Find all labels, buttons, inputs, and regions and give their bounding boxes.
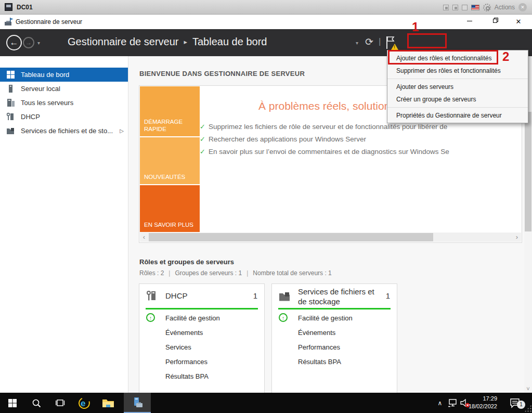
check-icon: ✓	[200, 148, 205, 156]
all-servers-icon	[6, 98, 15, 107]
check-icon: ✓	[200, 135, 205, 143]
window-title: Gestionnaire de serveur	[16, 18, 82, 25]
vm-maximize-icon[interactable]	[462, 5, 468, 10]
vm-icon	[5, 3, 12, 11]
sidebar-item-services-fichiers[interactable]: Services de fichiers et de sto... ▷	[0, 124, 128, 138]
vm-actions-button[interactable]: Actions	[495, 4, 515, 11]
internet-explorer-button[interactable]: e	[73, 393, 96, 413]
status-bar-green	[146, 308, 258, 309]
menu-item-proprietes[interactable]: Propriétés du Gestionnaire de serveur	[387, 109, 528, 122]
card-link-bpa[interactable]: Résultats BPA	[298, 358, 341, 366]
scroll-right-icon[interactable]: ›	[513, 233, 521, 242]
bullet-text: Supprimez les fichiers de rôle de serveu…	[209, 123, 447, 131]
horizontal-scrollbar[interactable]: ‹ ›	[140, 233, 521, 242]
scroll-left-icon[interactable]: ‹	[140, 233, 148, 242]
bullet-text: Rechercher des applications pour Windows…	[209, 135, 366, 143]
welcome-bullet[interactable]: ✓Rechercher des applications pour Window…	[200, 135, 518, 143]
history-caret-icon[interactable]: ▾	[37, 40, 40, 46]
stat-divider: |	[168, 269, 170, 277]
breadcrumb-current[interactable]: Tableau de bord	[192, 36, 267, 47]
warning-icon	[391, 44, 398, 50]
tile-demarrage-rapide[interactable]: DÉMARRAGE RAPIDE	[140, 86, 200, 136]
stat-total: Nombre total de serveurs : 1	[253, 269, 331, 277]
expand-arrow-icon[interactable]: ▷	[120, 124, 124, 138]
sidebar-item-label: Services de fichiers et de sto...	[21, 127, 113, 135]
sidebar-item-tableau-de-bord[interactable]: Tableau de bord	[0, 68, 128, 82]
status-bar-green	[278, 308, 391, 309]
clock-time: 17:29	[466, 395, 497, 403]
role-card-dhcp: DHCP 1 ↑ Facilité de gestion Événements …	[139, 283, 265, 394]
search-icon	[32, 398, 41, 408]
forward-button[interactable]: →	[23, 37, 34, 48]
sidebar-item-dhcp[interactable]: DHCP	[0, 110, 128, 124]
check-icon: ✓	[200, 123, 205, 131]
scroll-down-icon[interactable]: ˅	[524, 385, 532, 392]
welcome-bullet[interactable]: ✓En savoir plus sur l’envoi de commentai…	[200, 148, 518, 156]
menu-item-creer-groupe[interactable]: Créer un groupe de serveurs	[387, 93, 528, 106]
menu-separator	[387, 107, 528, 108]
card-link-bpa[interactable]: Résultats BPA	[165, 372, 209, 380]
clock[interactable]: 17:29 18/02/2022	[466, 395, 497, 410]
search-button[interactable]	[25, 393, 48, 413]
file-explorer-button[interactable]	[97, 393, 120, 413]
card-link-performance[interactable]: Performances	[165, 358, 207, 366]
restore-icon	[492, 17, 499, 23]
role-card-file-services: Services de fichiers et de stockage 1 ↑ …	[271, 283, 397, 394]
manageability-up-icon: ↑	[146, 313, 155, 322]
roles-section-title: Rôles et groupes de serveurs	[139, 258, 234, 266]
clock-date: 18/02/2022	[466, 403, 497, 410]
manageability-up-icon: ↑	[279, 313, 288, 322]
app-title-bar: Gestionnaire de serveur ✕	[0, 15, 532, 29]
card-title[interactable]: Services de fichiers et de stockage	[298, 287, 379, 306]
tile-nouveautes[interactable]: NOUVEAUTÉS	[140, 137, 200, 184]
card-link-manageability[interactable]: Facilité de gestion	[165, 314, 220, 322]
sidebar: Tableau de bord Serveur local Tous les s…	[0, 56, 128, 393]
restore-button[interactable]	[487, 16, 504, 28]
stat-groupes: Groupes de serveurs : 1	[175, 269, 242, 277]
menu-item-ajouter-serveurs[interactable]: Ajouter des serveurs	[387, 81, 528, 93]
dhcp-role-icon	[146, 290, 158, 302]
internet-explorer-icon: e	[77, 396, 91, 410]
vm-close-icon[interactable]: ✕	[518, 3, 527, 11]
server-manager-taskbar-button[interactable]	[124, 393, 151, 413]
task-view-button[interactable]	[49, 393, 72, 413]
sidebar-item-serveur-local[interactable]: Serveur local	[0, 82, 128, 96]
card-title[interactable]: DHCP	[165, 291, 246, 301]
annotation-step-1: 1	[412, 20, 419, 34]
taskbar: e ∧	[0, 393, 532, 413]
card-link-performance[interactable]: Performances	[298, 343, 340, 351]
stat-divider: |	[246, 269, 248, 277]
card-link-services[interactable]: Services	[165, 343, 191, 351]
keyboard-layout-flag-icon[interactable]	[471, 5, 479, 10]
scrollbar-thumb[interactable]	[525, 112, 531, 231]
tile-en-savoir-plus[interactable]: EN SAVOIR PLUS	[140, 185, 200, 232]
annotation-box-gerer	[407, 33, 447, 48]
roles-stats: Rôles : 2|Groupes de serveurs : 1|Nombre…	[139, 269, 332, 277]
stat-roles: Rôles : 2	[139, 269, 164, 277]
card-link-manageability[interactable]: Facilité de gestion	[298, 314, 353, 322]
card-count: 1	[253, 291, 257, 300]
card-link-events[interactable]: Événements	[165, 329, 203, 337]
scrollbar-thumb[interactable]	[149, 233, 433, 241]
menu-separator	[387, 79, 528, 79]
close-button[interactable]: ✕	[510, 16, 527, 28]
sidebar-item-label: Tous les serveurs	[21, 99, 73, 107]
card-count: 1	[386, 291, 390, 300]
minimize-button[interactable]	[461, 16, 478, 28]
card-link-events[interactable]: Événements	[298, 329, 335, 337]
sidebar-item-tous-les-serveurs[interactable]: Tous les serveurs	[0, 96, 128, 110]
vm-screen: DC01 Actions ✕ Gestionnaire de serveur ✕	[0, 0, 532, 413]
breadcrumb-root[interactable]: Gestionnaire de serveur	[68, 36, 178, 47]
vm-minimize-icon[interactable]	[452, 5, 458, 10]
gear-icon[interactable]	[483, 4, 491, 11]
menu-item-supprimer-roles[interactable]: Supprimer des rôles et fonctionnalités	[387, 64, 528, 77]
refresh-icon[interactable]: ⟳	[363, 36, 375, 48]
notifications-flag-icon[interactable]	[385, 35, 398, 50]
back-button[interactable]: ←	[6, 35, 22, 50]
task-view-icon	[56, 398, 65, 408]
sidebar-item-label: Serveur local	[21, 85, 60, 93]
vm-restore-icon[interactable]	[443, 5, 449, 10]
welcome-bullet[interactable]: ✓Supprimez les fichiers de rôle de serve…	[200, 123, 518, 131]
scope-caret-icon[interactable]: ▾	[356, 40, 358, 46]
start-button[interactable]	[1, 393, 24, 413]
